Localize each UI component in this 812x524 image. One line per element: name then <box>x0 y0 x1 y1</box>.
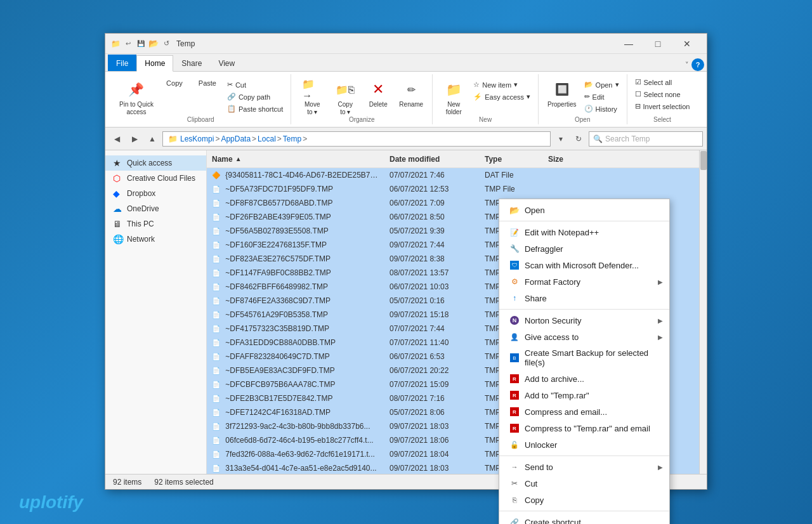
scroll-thumb[interactable] <box>700 151 707 170</box>
new-label: New <box>433 116 538 124</box>
context-menu-item[interactable]: 🔗 Create shortcut <box>499 514 669 524</box>
new-folder-button[interactable]: 📁 Newfolder <box>438 77 469 119</box>
close-button[interactable]: ✕ <box>672 34 702 54</box>
context-menu-item-label: Copy <box>525 495 544 505</box>
back-button[interactable]: ◀ <box>109 131 124 147</box>
file-icon: 📄 <box>212 283 221 291</box>
context-menu-item[interactable]: 🔧 Defraggler <box>499 240 669 257</box>
search-box[interactable]: 🔍 Search Temp <box>589 131 703 147</box>
edit-icon: ✏ <box>584 93 590 101</box>
file-name: ~DFAFF8232840649C7D.TMP <box>225 352 329 361</box>
open-small-buttons: 📂 Open ▾ ✏ Edit 🕐 History <box>582 77 622 114</box>
address-path[interactable]: 📁 LesKompi > AppData > Local > Temp > <box>162 131 551 147</box>
select-none-button[interactable]: ☐ Select none <box>632 89 693 100</box>
col-header-type[interactable]: Type <box>480 155 543 164</box>
ctx-icon-give_access: 👤 <box>509 332 520 342</box>
context-menu-item[interactable]: R Compress to "Temp.rar" and email <box>499 420 669 436</box>
context-menu-item[interactable]: ✂ Cut <box>499 475 669 492</box>
move-icon: 📁→ <box>302 79 322 100</box>
delete-ribbon-button[interactable]: ✕ Delete <box>362 77 394 110</box>
context-menu-item[interactable]: 📂 Open <box>499 202 669 218</box>
file-name: ~DF8746FE2A3368C9D7.TMP <box>225 296 331 305</box>
copy-path-button[interactable]: 🔗 Copy path <box>225 91 285 102</box>
context-menu-item[interactable]: R Add to "Temp.rar" <box>499 387 669 403</box>
sidebar-item-quick-access[interactable]: ★ Quick access <box>105 155 206 171</box>
breadcrumb-local[interactable]: Local <box>258 134 276 143</box>
context-menu-item-label: Defraggler <box>525 244 563 254</box>
select-all-icon: ☑ <box>635 78 641 86</box>
context-menu-item-label: Compress to "Temp.rar" and email <box>525 424 650 433</box>
scrollbar[interactable] <box>699 150 707 474</box>
submenu-arrow: ▶ <box>658 317 663 324</box>
copy-button[interactable]: Copy <box>159 77 190 89</box>
cut-button[interactable]: ✂ Cut <box>225 79 285 90</box>
col-header-name[interactable]: Name ▲ <box>207 155 384 164</box>
breadcrumb-temp[interactable]: Temp <box>283 134 301 143</box>
open-ribbon-button[interactable]: 📂 Open ▾ <box>582 79 622 90</box>
context-menu-item[interactable]: R Add to archive... <box>499 370 669 387</box>
breadcrumb-appdata[interactable]: AppData <box>221 134 251 143</box>
pin-quick-access-button[interactable]: 📌 Pin to Quickaccess <box>115 77 157 119</box>
history-button[interactable]: 🕐 History <box>582 103 622 114</box>
maximize-button[interactable]: □ <box>643 34 672 54</box>
tab-home[interactable]: Home <box>136 55 173 72</box>
context-menu-separator <box>499 221 669 221</box>
context-menu-item[interactable]: B Create Smart Backup for selected file(… <box>499 345 669 370</box>
edit-button[interactable]: ✏ Edit <box>582 91 622 102</box>
context-menu-item-label: Cut <box>525 479 537 488</box>
copy-to-button[interactable]: 📁⎘ Copyto ▾ <box>329 77 361 119</box>
context-menu-item[interactable]: R Compress and email... <box>499 403 669 420</box>
tab-share[interactable]: Share <box>173 55 210 71</box>
refresh-button[interactable]: ↻ <box>571 131 586 147</box>
move-to-button[interactable]: 📁→ Moveto ▾ <box>296 77 328 119</box>
organize-label: Organize <box>291 116 432 124</box>
col-header-size[interactable]: Size <box>543 155 594 164</box>
forward-button[interactable]: ▶ <box>127 131 142 147</box>
new-item-button[interactable]: ☆ New item ▾ <box>471 79 533 90</box>
dropdown-button[interactable]: ▾ <box>553 131 568 147</box>
up-button[interactable]: ▲ <box>145 131 160 147</box>
context-menu-item[interactable]: ⎘ Copy <box>499 492 669 508</box>
table-row[interactable]: 📄 ~DF5A73FDC7D1F95DF9.TMP 06/07/2021 12:… <box>207 182 699 196</box>
easy-access-button[interactable]: ⚡ Easy access ▾ <box>471 91 533 102</box>
file-name: ~DF545761A29F0B5358.TMP <box>225 310 328 319</box>
context-menu-item[interactable]: 👤 Give access to ▶ <box>499 329 669 345</box>
help-button[interactable]: ? <box>691 58 704 71</box>
context-menu-item[interactable]: 📝 Edit with Notepad++ <box>499 224 669 240</box>
context-menu-item[interactable]: N Norton Security ▶ <box>499 312 669 329</box>
sidebar-item-onedrive[interactable]: ☁ OneDrive <box>105 201 206 216</box>
sidebar-item-network[interactable]: 🌐 Network <box>105 232 206 247</box>
selected-count: 92 items selected <box>154 478 213 487</box>
table-row[interactable]: 🔶 {93405811-78C1-4D46-AD67-B2EDE25B73...… <box>207 168 699 182</box>
context-menu-item[interactable]: 🔓 Unlocker <box>499 436 669 453</box>
sidebar-item-dropbox[interactable]: ◆ Dropbox <box>105 186 206 201</box>
sidebar-item-creative-cloud[interactable]: ⬡ Creative Cloud Files <box>105 171 206 186</box>
breadcrumb: LesKompi <box>180 134 214 143</box>
file-icon: 📄 <box>212 450 221 458</box>
new-item-icon: ☆ <box>473 81 480 89</box>
properties-button[interactable]: 🔲 Properties <box>544 77 580 110</box>
file-icon: 📄 <box>212 381 221 388</box>
invert-selection-button[interactable]: ⊟ Invert selection <box>632 101 693 112</box>
col-header-date[interactable]: Date modified <box>384 155 480 164</box>
quick-access-icon: ★ <box>113 158 123 168</box>
context-menu-item-label: Create Smart Backup for selected file(s) <box>525 348 659 367</box>
paste-shortcut-button[interactable]: 📋 Paste shortcut <box>225 103 285 114</box>
context-menu-item[interactable]: ↑ Share <box>499 290 669 306</box>
ribbon-group-clipboard: 📌 Pin to Quickaccess Copy Paste ✂ Cut 🔗 … <box>110 74 291 124</box>
tab-file[interactable]: File <box>108 55 136 71</box>
file-name: 06fce6d8-6d72-46c4-b195-eb18c277cff4.t..… <box>225 436 373 445</box>
context-menu-item-label: Send to <box>525 462 553 472</box>
context-menu-item[interactable]: → Send to ▶ <box>499 459 669 475</box>
rename-ribbon-button[interactable]: ✏ Rename <box>395 77 427 110</box>
select-all-button[interactable]: ☑ Select all <box>632 77 693 88</box>
context-menu-item[interactable]: ⚙ Format Factory ▶ <box>499 273 669 290</box>
sidebar-label-network: Network <box>127 235 155 244</box>
sidebar-item-this-pc[interactable]: 🖥 This PC <box>105 216 206 232</box>
tab-view[interactable]: View <box>210 55 243 71</box>
paste-button[interactable]: Paste <box>192 77 223 89</box>
ctx-icon-format: ⚙ <box>509 277 520 287</box>
minimize-button[interactable]: — <box>614 34 643 54</box>
context-menu-item[interactable]: 🛡 Scan with Microsoft Defender... <box>499 257 669 273</box>
select-label: Select <box>627 116 698 124</box>
